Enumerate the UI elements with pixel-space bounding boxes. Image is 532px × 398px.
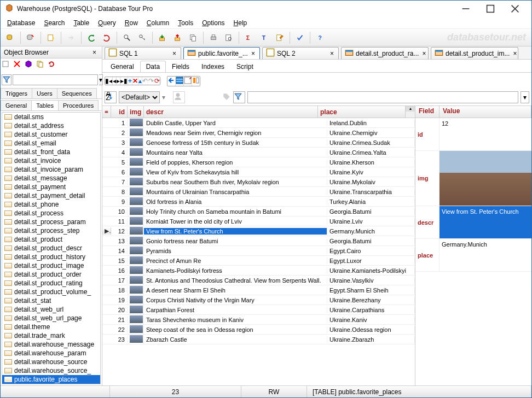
- cube-button[interactable]: [25, 60, 36, 71]
- table-row[interactable]: 5Field of poppies, Kherson regionUkraine…: [102, 157, 415, 167]
- cell-id[interactable]: 20: [111, 307, 128, 313]
- table-row[interactable]: 3Genoese fortress of 15th century in Sud…: [102, 138, 415, 148]
- cell-descr[interactable]: Gonio fortress near Batumi: [144, 238, 327, 244]
- table-row[interactable]: 22Steep coast of the sea in Odessa regio…: [102, 325, 415, 335]
- table-row[interactable]: 8Mountains of Ukrainian TranscarpathiaUk…: [102, 187, 415, 197]
- table-tree[interactable]: detail.smsdetail.st_addressdetail.st_cus…: [2, 112, 101, 384]
- redo-edit-button[interactable]: ↷: [148, 77, 154, 85]
- refresh-data-button[interactable]: ⟳: [154, 77, 160, 85]
- fv-row-id[interactable]: id12: [415, 118, 531, 151]
- menu-query[interactable]: Query: [94, 18, 120, 28]
- cell-img[interactable]: [128, 168, 144, 177]
- cell-img[interactable]: [128, 286, 144, 295]
- sub-tab-indexes[interactable]: Indexes: [195, 61, 230, 72]
- find-next-button[interactable]: [136, 31, 149, 44]
- cell-img[interactable]: [128, 227, 144, 236]
- export-button[interactable]: [65, 31, 78, 44]
- cell-img[interactable]: [128, 266, 144, 275]
- cell-descr[interactable]: Steep coast of the sea in Odessa region: [144, 326, 327, 333]
- tree-item[interactable]: detail.st_product_image: [2, 261, 100, 270]
- cell-id[interactable]: 10: [111, 208, 128, 215]
- cell-descr[interactable]: Mountains of Ukrainian Transcarpathia: [144, 189, 327, 195]
- cell-place[interactable]: Egypt.Cairo: [327, 248, 415, 254]
- cell-place[interactable]: Ukraine.Transcarpathia: [327, 189, 415, 195]
- cell-img[interactable]: [128, 315, 144, 324]
- cell-place[interactable]: Egypt.Luxor: [327, 257, 415, 264]
- table-row[interactable]: 17St. Antonius and Theodosius Cathedral.…: [102, 276, 415, 285]
- cell-id[interactable]: 23: [111, 336, 128, 343]
- cell-descr[interactable]: Meadows near Seim river, Chernigiv regio…: [144, 130, 327, 136]
- fv-row-img[interactable]: img: [415, 151, 531, 206]
- table-row[interactable]: 20Carpathian ForestUkraine.Carpathians: [102, 305, 415, 315]
- text-button[interactable]: T: [258, 31, 271, 44]
- check-button[interactable]: [293, 31, 307, 44]
- table-row[interactable]: 9Old fortress in AlaniaTurkey.Alania: [102, 197, 415, 207]
- cell-descr[interactable]: Precinct of Amun Re: [144, 257, 327, 264]
- tree-item[interactable]: detail.st_product: [2, 235, 100, 244]
- cell-descr[interactable]: Zbarazh Castle: [144, 336, 327, 343]
- ob-tab-users[interactable]: Users: [32, 88, 57, 98]
- edit-record-button[interactable]: ▴: [138, 77, 142, 85]
- cell-img[interactable]: [128, 158, 144, 167]
- tree-item[interactable]: detail.warehouse_source: [2, 358, 100, 366]
- refresh-button[interactable]: [48, 60, 59, 71]
- db-disconnect-button[interactable]: [24, 31, 37, 44]
- tree-item[interactable]: detail.st_product_volume_: [2, 288, 100, 296]
- menu-column[interactable]: Column: [142, 18, 174, 28]
- cell-id[interactable]: 14: [111, 248, 128, 254]
- tree-item[interactable]: detail.sms: [2, 113, 100, 121]
- tree-item[interactable]: detail.st_payment: [2, 183, 100, 191]
- sub-tab-fields[interactable]: Fields: [166, 61, 195, 72]
- last-record-button[interactable]: ▸▮: [120, 77, 128, 85]
- cell-id[interactable]: 19: [111, 297, 128, 303]
- table-row[interactable]: 2Meadows near Seim river, Chernigiv regi…: [102, 128, 415, 138]
- cell-descr[interactable]: Corpus Christi Nativity of the Virgin Ma…: [144, 297, 327, 303]
- table-row[interactable]: 11Korniakt Tower in the old city of Lviv…: [102, 216, 415, 226]
- tree-item[interactable]: detail.warehouse_param: [2, 349, 100, 358]
- fv-header-value[interactable]: Value: [440, 106, 531, 118]
- card-mode-button[interactable]: [192, 77, 200, 86]
- cell-img[interactable]: [128, 335, 144, 344]
- cell-place[interactable]: Turkey.Alania: [327, 198, 415, 205]
- fv-row-descr[interactable]: descrView from St. Peter's Church: [415, 206, 531, 239]
- sub-tab-general[interactable]: General: [105, 61, 140, 72]
- table-row[interactable]: 7Suburbs near Southern Buh river, Mykola…: [102, 177, 415, 187]
- close-tab-icon[interactable]: ×: [329, 50, 335, 57]
- cell-id[interactable]: 4: [111, 149, 128, 156]
- fv-row-place[interactable]: placeGermany.Munich: [415, 239, 531, 272]
- cell-id[interactable]: 18: [111, 287, 128, 294]
- user-button[interactable]: [173, 91, 185, 103]
- ob-tab-tables[interactable]: Tables: [31, 100, 59, 110]
- tree-item[interactable]: detail.st_invoice_param: [2, 165, 100, 174]
- data-grid[interactable]: id img descr place ▴ 1Dublin Castle, Upp…: [102, 106, 415, 385]
- ob-tab-triggers[interactable]: Triggers: [1, 88, 32, 98]
- drop-object-button[interactable]: [13, 60, 24, 71]
- tree-item[interactable]: detail.st_web_url: [2, 305, 100, 314]
- sum-button[interactable]: Σ: [242, 31, 256, 44]
- cell-descr[interactable]: View from St. Peter's Church: [144, 228, 327, 235]
- table-row[interactable]: 15Precinct of Amun ReEgypt.Luxor: [102, 256, 415, 266]
- prev-record-button[interactable]: ◂: [113, 77, 117, 85]
- sort-button[interactable]: AZ: [105, 91, 117, 103]
- db-connect-button[interactable]: [4, 31, 17, 44]
- cell-img[interactable]: [128, 247, 144, 255]
- fv-header-field[interactable]: Field: [415, 106, 440, 118]
- cell-place[interactable]: Ukraine.Vasylkiv: [327, 277, 415, 284]
- ob-tab-sequences[interactable]: Sequences: [57, 88, 97, 98]
- doc-tab[interactable]: detail.st_product_ra...×: [341, 47, 429, 59]
- tree-item[interactable]: detail.st_customer: [2, 130, 100, 139]
- cell-img[interactable]: [128, 256, 144, 265]
- table-row[interactable]: 1Dublin Castle, Upper YardIreland.Dublin: [102, 118, 415, 128]
- cell-img[interactable]: [128, 237, 144, 245]
- table-row[interactable]: 21Taras Shevchenko museum in KanivUkrain…: [102, 315, 415, 325]
- cell-id[interactable]: 11: [111, 218, 128, 225]
- tree-item[interactable]: detail.st_phone: [2, 200, 100, 209]
- tree-item[interactable]: detail.st_web_url_page: [2, 314, 100, 323]
- cell-descr[interactable]: Mountains near Yalta: [144, 149, 327, 156]
- cell-id[interactable]: 12: [111, 228, 128, 235]
- insert-record-button[interactable]: +: [128, 77, 132, 85]
- menu-row[interactable]: Row: [120, 18, 142, 28]
- cell-place[interactable]: Ukraine.Odessa region: [327, 326, 415, 333]
- cell-place[interactable]: Ukraine.Kamianets-Podilskyi: [327, 267, 415, 274]
- filter-input[interactable]: [13, 74, 98, 85]
